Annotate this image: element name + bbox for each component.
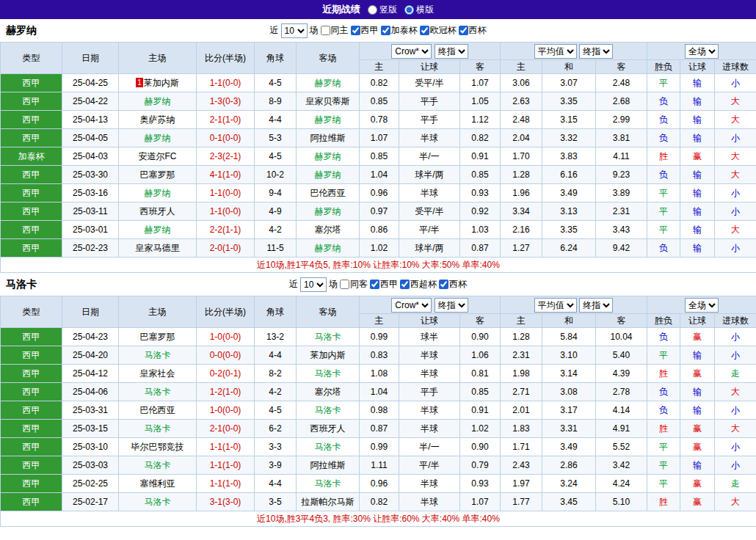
league-checkbox[interactable] xyxy=(439,280,448,289)
home-team[interactable]: 赫罗纳 xyxy=(119,221,197,239)
league-checkbox[interactable] xyxy=(459,26,468,35)
odds-handicap: 平/半 xyxy=(399,221,460,239)
league-option[interactable]: 加泰杯 xyxy=(381,24,418,37)
away-team[interactable]: 赫罗纳 xyxy=(297,74,360,92)
vertical-radio[interactable] xyxy=(368,5,377,15)
home-team[interactable]: 皇家马德里 xyxy=(119,239,197,258)
home-team[interactable]: 1莱加内斯 xyxy=(119,74,197,92)
home-team[interactable]: 巴塞罗那 xyxy=(119,328,197,346)
odds-source-select[interactable]: Crow* xyxy=(391,44,432,59)
home-team[interactable]: 毕尔巴鄂竞技 xyxy=(119,438,197,456)
odds-home: 1.04 xyxy=(360,166,399,184)
scope-select[interactable]: 全场 xyxy=(685,44,719,59)
league-type: 加泰杯 xyxy=(1,147,62,166)
avg-home: 1.77 xyxy=(501,493,542,511)
league-option[interactable]: 欧冠杯 xyxy=(420,24,457,37)
home-team[interactable]: 马洛卡 xyxy=(119,420,197,438)
home-team[interactable]: 奥萨苏纳 xyxy=(119,111,197,129)
league-checkbox[interactable] xyxy=(420,26,429,35)
odds-time-select[interactable]: 终指 xyxy=(435,44,468,59)
result-outcome: 平 xyxy=(647,184,680,202)
away-team[interactable]: 皇家贝蒂斯 xyxy=(297,92,360,111)
result-outcome: 负 xyxy=(647,383,680,401)
away-team[interactable]: 马洛卡 xyxy=(297,365,360,383)
odds-handicap: 平/半 xyxy=(399,456,460,475)
home-team[interactable]: 西班牙人 xyxy=(119,202,197,221)
league-option[interactable]: 西超杯 xyxy=(400,278,437,291)
league-checkbox[interactable] xyxy=(400,280,410,289)
away-team[interactable]: 马洛卡 xyxy=(297,328,360,346)
match-date: 25-02-23 xyxy=(62,239,119,258)
match-count-select[interactable]: 10 xyxy=(281,23,308,38)
scope-select[interactable]: 全场 xyxy=(685,298,719,313)
away-team[interactable]: 西班牙人 xyxy=(297,420,360,438)
away-team[interactable]: 阿拉维斯 xyxy=(297,456,360,475)
col-handicap-result: 让球 xyxy=(680,314,715,328)
home-team[interactable]: 巴伦西亚 xyxy=(119,401,197,420)
away-team[interactable]: 赫罗纳 xyxy=(297,166,360,184)
league-checkbox[interactable] xyxy=(381,26,390,35)
league-option[interactable]: 西杯 xyxy=(459,24,487,37)
league-option[interactable]: 西甲 xyxy=(370,278,398,291)
away-team[interactable]: 赫罗纳 xyxy=(297,111,360,129)
home-team[interactable]: 安道尔FC xyxy=(119,147,197,166)
same-venue-checkbox[interactable] xyxy=(340,280,349,289)
result-goals: 小 xyxy=(715,346,756,365)
average-time-select[interactable]: 终指 xyxy=(579,44,613,59)
odds-time-select[interactable]: 终指 xyxy=(435,298,468,313)
home-team[interactable]: 马洛卡 xyxy=(119,493,197,511)
average-group-header: 平均值 终指 xyxy=(501,296,647,314)
home-team[interactable]: 赫罗纳 xyxy=(119,184,197,202)
away-team[interactable]: 赫罗纳 xyxy=(297,239,360,258)
away-team[interactable]: 莱加内斯 xyxy=(297,346,360,365)
away-team[interactable]: 赫罗纳 xyxy=(297,147,360,166)
away-team[interactable]: 塞尔塔 xyxy=(297,221,360,239)
home-team[interactable]: 塞维利亚 xyxy=(119,475,197,493)
odds-source-select[interactable]: Crow* xyxy=(391,298,432,313)
average-time-select[interactable]: 终指 xyxy=(579,298,613,313)
horizontal-radio[interactable] xyxy=(404,5,414,15)
away-team[interactable]: 马洛卡 xyxy=(297,401,360,420)
odds-home: 0.86 xyxy=(360,221,399,239)
layout-horizontal-option[interactable]: 横版 xyxy=(404,4,434,16)
league-option[interactable]: 西甲 xyxy=(351,24,379,37)
col-avg-draw: 和 xyxy=(542,60,596,74)
away-team[interactable]: 拉斯帕尔马斯 xyxy=(297,493,360,511)
home-team[interactable]: 皇家社会 xyxy=(119,365,197,383)
away-team[interactable]: 巴伦西亚 xyxy=(297,184,360,202)
average-select[interactable]: 平均值 xyxy=(534,44,577,59)
match-date: 25-02-17 xyxy=(62,493,119,511)
away-team[interactable]: 马洛卡 xyxy=(297,438,360,456)
home-team[interactable]: 赫罗纳 xyxy=(119,92,197,111)
result-goals: 大 xyxy=(715,147,756,166)
corners: 4-2 xyxy=(255,221,297,239)
league-checkbox[interactable] xyxy=(370,280,379,289)
match-row: 西甲25-02-17马洛卡3-1(3-0)3-5拉斯帕尔马斯0.82半球1.07… xyxy=(1,493,756,511)
league-checkbox[interactable] xyxy=(351,26,360,35)
match-date: 25-03-30 xyxy=(62,166,119,184)
odds-handicap: 平手 xyxy=(399,92,460,111)
home-team[interactable]: 马洛卡 xyxy=(119,383,197,401)
corners: 5-3 xyxy=(255,129,297,147)
away-team[interactable]: 塞尔塔 xyxy=(297,383,360,401)
average-select[interactable]: 平均值 xyxy=(534,298,577,313)
match-count-select[interactable]: 10 xyxy=(300,277,327,292)
match-score: 1-2(1-0) xyxy=(197,383,255,401)
away-team[interactable]: 阿拉维斯 xyxy=(297,129,360,147)
layout-vertical-option[interactable]: 竖版 xyxy=(368,4,397,16)
same-venue-option[interactable]: 同客 xyxy=(340,278,368,291)
match-row: 西甲25-02-25塞维利亚1-1(1-0)4-4马洛卡0.96半球0.931.… xyxy=(1,475,756,493)
col-away: 客场 xyxy=(297,43,360,74)
home-team[interactable]: 巴塞罗那 xyxy=(119,166,197,184)
home-team[interactable]: 马洛卡 xyxy=(119,346,197,365)
away-team[interactable]: 马洛卡 xyxy=(297,475,360,493)
away-team[interactable]: 赫罗纳 xyxy=(297,202,360,221)
same-venue-option[interactable]: 同主 xyxy=(321,24,349,37)
match-date: 25-03-31 xyxy=(62,401,119,420)
same-venue-checkbox[interactable] xyxy=(321,26,330,35)
odds-handicap: 半/一 xyxy=(399,438,460,456)
home-team[interactable]: 赫罗纳 xyxy=(119,129,197,147)
avg-home: 2.43 xyxy=(501,456,542,475)
home-team[interactable]: 马洛卡 xyxy=(119,456,197,475)
league-option[interactable]: 西杯 xyxy=(439,278,467,291)
